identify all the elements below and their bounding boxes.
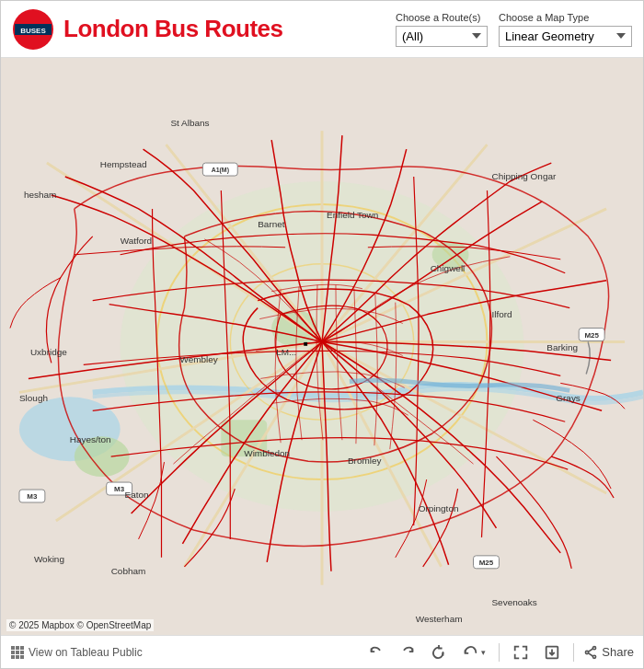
map-attribution: © 2025 Mapbox © OpenStreetMap: [6, 619, 154, 631]
type-select[interactable]: Linear Geometry: [499, 26, 632, 47]
svg-rect-70: [20, 651, 24, 654]
toolbar-divider-2: [573, 643, 574, 662]
svg-text:Barnet: Barnet: [258, 219, 285, 229]
map-svg: M25 M3 M3 M23 M25 A1(M): [1, 58, 643, 635]
svg-text:A1(M): A1(M): [212, 167, 229, 174]
fullscreen-button[interactable]: [509, 642, 533, 663]
map-background: M25 M3 M3 M23 M25 A1(M): [1, 58, 643, 635]
refresh-caret: ▾: [481, 648, 486, 657]
tfl-logo: BUSES: [12, 8, 54, 51]
route-select[interactable]: (All): [396, 26, 488, 47]
tableau-grid-icon: [10, 645, 25, 660]
share-icon: [583, 645, 598, 660]
svg-text:Westerham: Westerham: [416, 614, 463, 624]
svg-text:M3: M3: [114, 485, 125, 493]
footer-toolbar: View on Tableau Public: [1, 635, 643, 668]
undo-icon: [368, 644, 385, 661]
svg-text:Enfield Town: Enfield Town: [327, 210, 378, 220]
svg-rect-67: [20, 646, 24, 650]
svg-text:Sevenoaks: Sevenoaks: [491, 597, 536, 607]
svg-text:M3: M3: [27, 492, 38, 501]
type-control-group: Choose a Map Type Linear Geometry: [499, 12, 632, 47]
refresh-icon: [462, 644, 478, 661]
type-label: Choose a Map Type: [499, 12, 632, 23]
svg-rect-69: [16, 651, 19, 654]
svg-rect-71: [11, 655, 15, 659]
toolbar-divider-1: [499, 643, 500, 662]
svg-text:■: ■: [304, 340, 308, 348]
svg-rect-68: [11, 651, 15, 654]
route-label: Choose a Route(s): [396, 12, 488, 23]
revert-icon: [431, 644, 447, 661]
controls-area: Choose a Route(s) (All) Choose a Map Typ…: [396, 12, 632, 47]
svg-text:M25: M25: [479, 559, 494, 567]
svg-rect-73: [20, 655, 24, 659]
svg-point-79: [593, 655, 596, 658]
svg-line-81: [589, 652, 593, 655]
svg-text:hesham: hesham: [24, 190, 56, 200]
svg-text:Bromley: Bromley: [348, 456, 382, 466]
footer-tools: ▾: [364, 642, 634, 663]
svg-text:Orpington: Orpington: [419, 503, 459, 513]
share-button[interactable]: Share: [583, 645, 634, 660]
redo-icon: [399, 644, 416, 661]
svg-text:Uxbridge: Uxbridge: [30, 347, 67, 357]
svg-text:BUSES: BUSES: [20, 26, 46, 34]
tableau-link[interactable]: View on Tableau Public: [10, 645, 143, 660]
app-container: BUSES London Bus Routes Choose a Route(s…: [0, 0, 644, 669]
svg-text:Ilford: Ilford: [491, 309, 512, 319]
svg-point-77: [593, 646, 596, 649]
svg-line-80: [589, 649, 593, 652]
svg-text:Chigwell: Chigwell: [431, 263, 466, 273]
svg-text:Eaton: Eaton: [125, 490, 149, 500]
svg-text:Slough: Slough: [19, 393, 48, 403]
svg-text:Hempstead: Hempstead: [100, 159, 147, 169]
page-title: London Bus Routes: [63, 15, 386, 43]
svg-text:Barking: Barking: [546, 342, 578, 352]
share-label: Share: [602, 645, 634, 659]
svg-text:Watford: Watford: [121, 236, 153, 246]
svg-point-78: [586, 651, 589, 653]
svg-text:LM...: LM...: [276, 347, 296, 357]
svg-text:Cobham: Cobham: [111, 566, 146, 576]
svg-text:M25: M25: [584, 331, 599, 340]
header: BUSES London Bus Routes Choose a Route(s…: [1, 1, 643, 58]
svg-text:Woking: Woking: [34, 554, 64, 564]
fullscreen-icon: [512, 644, 529, 661]
download-icon: [544, 644, 560, 661]
tableau-link-label: View on Tableau Public: [29, 646, 143, 659]
svg-text:St Albans: St Albans: [170, 118, 209, 128]
svg-text:Hayes/ton: Hayes/ton: [70, 434, 111, 444]
svg-rect-66: [16, 646, 19, 650]
map-container[interactable]: M25 M3 M3 M23 M25 A1(M): [1, 58, 643, 635]
refresh-dropdown-button[interactable]: ▾: [458, 642, 489, 663]
svg-rect-65: [11, 646, 15, 650]
svg-text:Wimbledon: Wimbledon: [244, 448, 290, 458]
svg-text:Chipping Ongar: Chipping Ongar: [491, 171, 557, 181]
revert-button[interactable]: [427, 642, 451, 663]
redo-button[interactable]: [396, 642, 420, 663]
undo-button[interactable]: [364, 642, 388, 663]
route-control-group: Choose a Route(s) (All): [396, 12, 488, 47]
download-button[interactable]: [540, 642, 564, 663]
svg-text:Wembley: Wembley: [179, 354, 217, 364]
svg-rect-72: [16, 655, 19, 659]
svg-text:Grays: Grays: [556, 393, 581, 403]
